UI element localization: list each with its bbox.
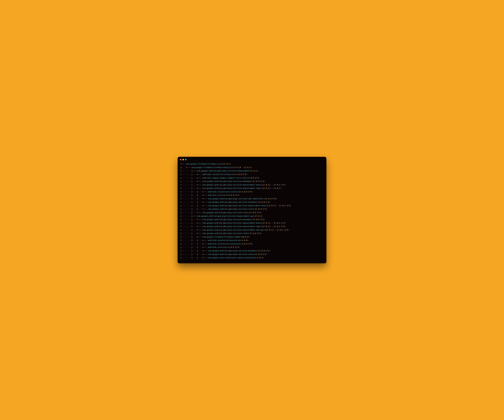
output-line: |·········|····|····+---·androidx.core:c… — [180, 194, 324, 197]
output-line: |·········|····|····+---·com.google.andr… — [180, 204, 324, 208]
output-line: |·········|····+---·com.google.android.g… — [180, 180, 324, 183]
output-line: |·········|····|····\---·com.google.auto… — [180, 256, 324, 260]
output-line: |·········+---·com.google.android.gms:pl… — [180, 214, 324, 218]
output-line: |·········|····+---·com.google.android.g… — [180, 187, 324, 190]
output-line: |·········|····|····+---·androidx.core:c… — [180, 246, 324, 249]
output-line: |·········|····+---·androidx.legacy:lega… — [180, 176, 324, 180]
output-line: |·········|····|····+---·com.google.andr… — [180, 201, 324, 204]
minimize-icon[interactable] — [182, 159, 184, 160]
output-line: |·········|····+---·com.google.android.g… — [180, 225, 324, 228]
output-line: |·········|····+---·com.google.android.g… — [180, 218, 324, 221]
terminal-window: +---·com.google.firebase:firebase-core:1… — [178, 157, 326, 263]
output-line: |·········|····+---·com.google.firebase:… — [180, 235, 324, 239]
output-line: |·········|····|····+---·com.google.andr… — [180, 197, 324, 201]
output-line: |·········|····+---·com.google.android.g… — [180, 228, 324, 232]
output-line: |·········|····|····+---·androidx.collec… — [180, 190, 324, 194]
output-line: |·········|····+---·com.google.android.g… — [180, 221, 324, 225]
window-titlebar — [178, 157, 326, 161]
output-line: |·········|····|····+---·androidx.collec… — [180, 242, 324, 246]
close-icon[interactable] — [180, 159, 181, 160]
output-line: |·········+---·com.google.android.gms:pl… — [180, 169, 324, 173]
output-line: |·········|····+---·com.google.android.g… — [180, 232, 324, 235]
output-line: +---·com.google.firebase:firebase-core:1… — [180, 162, 324, 166]
output-line: |·········|····|····\---·com.google.andr… — [180, 207, 324, 211]
zoom-icon[interactable] — [185, 159, 186, 160]
output-line: |····\---·com.google.firebase:firebase-a… — [180, 166, 324, 169]
terminal-output: +---·com.google.firebase:firebase-core:1… — [178, 161, 326, 260]
output-line: |·········|····|····+---·com.google.andr… — [180, 249, 324, 253]
output-line: |·········|····\---·com.google.android.g… — [180, 211, 324, 214]
output-line: |·········|····|····+---·androidx.annota… — [180, 239, 324, 242]
output-line: |·········|····+---·com.google.android.g… — [180, 183, 324, 187]
output-line: |·········|····|····+---·com.google.andr… — [180, 253, 324, 256]
output-line: |·········|····+---·androidx.collection:… — [180, 173, 324, 176]
